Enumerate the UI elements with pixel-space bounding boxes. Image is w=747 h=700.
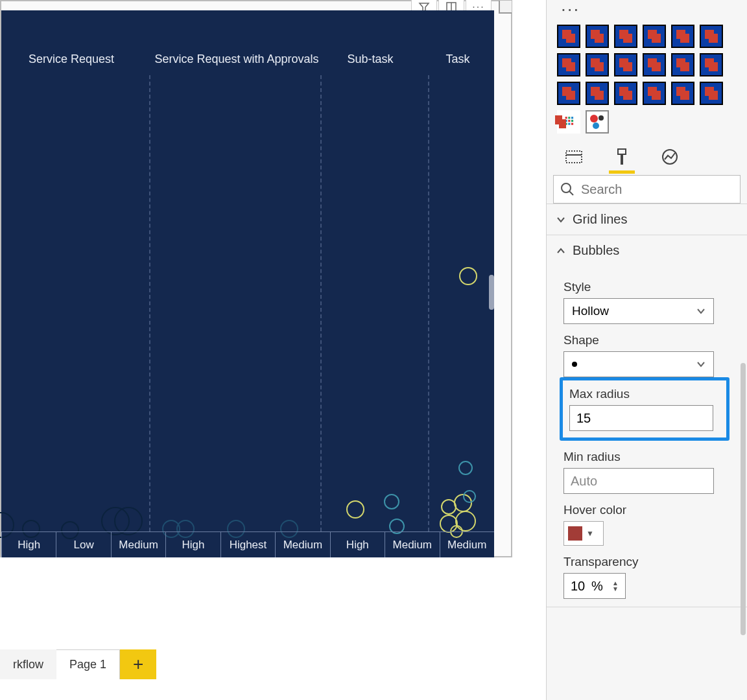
- bubble-point[interactable]: [384, 494, 399, 509]
- transparency-unit: %: [591, 579, 603, 594]
- svg-rect-7: [571, 120, 573, 122]
- svg-line-20: [569, 191, 573, 195]
- x-axis-label: High: [165, 532, 220, 557]
- viz-type-thumb[interactable]: [614, 82, 637, 105]
- svg-point-19: [562, 183, 571, 192]
- tab-workflow[interactable]: rkflow: [0, 649, 56, 679]
- column-header: Service Request with Approvals: [154, 52, 318, 66]
- viz-type-thumb[interactable]: [586, 53, 609, 76]
- column-header: Sub-task: [347, 52, 393, 66]
- viz-type-thumb[interactable]: [671, 53, 694, 76]
- svg-rect-9: [568, 123, 570, 125]
- bubble-point[interactable]: [458, 461, 473, 475]
- chevron-down-icon: ▼: [586, 529, 594, 538]
- search-input[interactable]: [581, 182, 733, 197]
- svg-rect-10: [571, 123, 573, 125]
- column-divider: [149, 75, 150, 531]
- column-header: Service Request: [29, 52, 114, 66]
- x-axis-label: High: [1, 532, 56, 557]
- style-label: Style: [563, 280, 735, 294]
- section-grid-lines[interactable]: Grid lines: [547, 204, 747, 235]
- max-radius-input-wrap: [569, 405, 713, 431]
- viz-type-thumb[interactable]: [557, 110, 580, 134]
- pane-tabs: [562, 145, 747, 169]
- bubble-chart[interactable]: Service RequestService Request with Appr…: [1, 10, 494, 557]
- viz-type-thumb[interactable]: [643, 53, 666, 76]
- chevron-down-icon: [556, 215, 566, 225]
- chevron-up-icon: [556, 246, 566, 256]
- tab-page1[interactable]: Page 1: [56, 649, 120, 679]
- viz-type-thumb[interactable]: [700, 25, 723, 48]
- section-bubbles[interactable]: Bubbles: [547, 235, 747, 266]
- section-label: Bubbles: [573, 243, 619, 258]
- transparency-input[interactable]: [571, 579, 591, 594]
- min-radius-input[interactable]: [571, 474, 707, 489]
- shape-label: Shape: [563, 333, 735, 347]
- chart-scrollbar[interactable]: [489, 275, 494, 310]
- pane-scrollbar[interactable]: [741, 363, 746, 635]
- svg-rect-16: [618, 149, 626, 154]
- x-axis-label: Medium: [111, 532, 165, 557]
- viz-type-thumb[interactable]: [643, 82, 666, 105]
- svg-point-11: [590, 115, 598, 122]
- resize-handle-icon[interactable]: [499, 1, 512, 14]
- canvas-area: ··· Service RequestService Request with …: [0, 0, 546, 700]
- style-value: Hollow: [572, 304, 609, 318]
- bubble-point[interactable]: [463, 490, 476, 503]
- transparency-input-wrap: % ▲▼: [563, 573, 626, 599]
- viz-type-thumb[interactable]: [614, 53, 637, 76]
- x-axis-label: Medium: [440, 532, 494, 557]
- x-axis-label: High: [330, 532, 385, 557]
- svg-point-13: [593, 122, 599, 129]
- section-label: Grid lines: [573, 212, 627, 227]
- viz-type-thumb[interactable]: [586, 25, 609, 48]
- pane-more-icon[interactable]: ···: [561, 0, 580, 19]
- x-axis-label: Medium: [385, 532, 439, 557]
- color-swatch-icon: [568, 526, 582, 541]
- column-header: Task: [445, 52, 469, 66]
- bubble-point[interactable]: [459, 267, 477, 285]
- chevron-down-icon: [696, 360, 706, 369]
- viz-type-thumb[interactable]: [614, 25, 637, 48]
- hover-color-picker[interactable]: ▼: [563, 521, 604, 546]
- max-radius-input[interactable]: [576, 411, 706, 426]
- column-divider: [428, 75, 429, 531]
- search-icon: [560, 182, 575, 196]
- viz-type-thumb[interactable]: [700, 82, 723, 105]
- visualizations-gallery: [557, 25, 745, 134]
- svg-rect-3: [568, 117, 570, 119]
- svg-rect-17: [621, 154, 623, 165]
- viz-type-thumb[interactable]: [557, 25, 580, 48]
- viz-type-thumb[interactable]: [700, 53, 723, 76]
- viz-type-thumb[interactable]: [671, 25, 694, 48]
- spinner-icon[interactable]: ▲▼: [612, 580, 619, 592]
- viz-type-thumb[interactable]: [557, 53, 580, 76]
- format-search[interactable]: [553, 175, 741, 204]
- svg-rect-6: [568, 120, 570, 122]
- transparency-label: Transparency: [563, 555, 735, 569]
- viz-type-thumb[interactable]: [671, 82, 694, 105]
- style-select[interactable]: Hollow: [563, 298, 714, 324]
- fields-tab[interactable]: [562, 145, 586, 169]
- chevron-down-icon: [696, 307, 706, 316]
- viz-type-thumb[interactable]: [586, 82, 609, 105]
- format-pane: ···: [546, 0, 747, 700]
- x-axis-label: Low: [56, 532, 110, 557]
- viz-type-thumb[interactable]: [643, 25, 666, 48]
- analytics-tab[interactable]: [658, 145, 682, 169]
- x-axis-label: Medium: [275, 532, 329, 557]
- bubble-point[interactable]: [346, 500, 364, 519]
- hover-color-label: Hover color: [563, 503, 735, 517]
- tab-add[interactable]: +: [120, 649, 156, 679]
- min-radius-label: Min radius: [563, 450, 735, 464]
- svg-rect-14: [566, 151, 582, 163]
- format-tab[interactable]: [610, 145, 634, 169]
- viz-type-thumb[interactable]: [557, 82, 580, 105]
- x-axis-label: Highest: [220, 532, 275, 557]
- viz-type-thumb-selected[interactable]: [586, 110, 609, 134]
- column-divider: [320, 75, 322, 531]
- svg-point-12: [599, 115, 604, 121]
- visual-frame[interactable]: ··· Service RequestService Request with …: [0, 0, 512, 557]
- shape-select[interactable]: [563, 351, 714, 377]
- min-radius-input-wrap: [563, 468, 714, 494]
